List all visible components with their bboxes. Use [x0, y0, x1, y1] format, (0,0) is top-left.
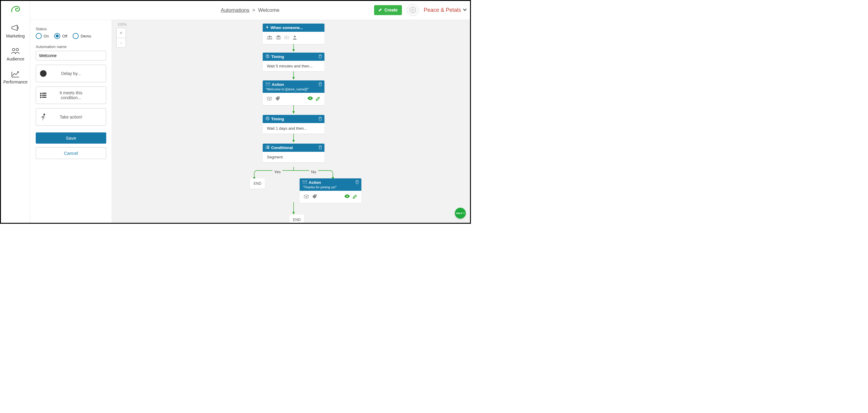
svg-rect-21 [284, 36, 285, 39]
node-timing-2[interactable]: Timing Wait 1 days and then... [263, 115, 324, 134]
nav-item-performance[interactable]: Performance [1, 67, 30, 87]
automation-name-input[interactable] [36, 51, 106, 61]
logo-icon [9, 3, 22, 15]
svg-marker-13 [292, 111, 295, 114]
zoom-controls: + - [116, 28, 126, 48]
svg-point-0 [12, 48, 15, 51]
status-radio-on[interactable]: On [36, 33, 49, 39]
nav-label: Performance [3, 79, 28, 84]
list-icon [266, 145, 269, 150]
add-condition-button[interactable]: It meets this condition... [36, 87, 106, 104]
edit-icon[interactable] [316, 97, 320, 102]
add-action-button[interactable]: Take action! [36, 108, 106, 126]
node-timing-1[interactable]: Timing Wait 5 minutes and then... [263, 53, 324, 71]
breadcrumb-current: Welcome [258, 7, 280, 13]
status-radio-group: On Off Demo [36, 33, 106, 39]
node-trigger[interactable]: When someone... [263, 24, 324, 44]
svg-point-40 [315, 195, 316, 196]
box-icon [304, 195, 309, 199]
brand-dropdown[interactable]: Peace & Petals [424, 7, 467, 13]
edit-icon [378, 7, 382, 13]
nav-item-marketing[interactable]: Marketing [1, 22, 30, 41]
svg-point-29 [278, 97, 279, 98]
svg-point-19 [267, 36, 269, 37]
clock-icon [266, 117, 269, 121]
person-icon [293, 35, 297, 40]
branch-label-yes: Yes [272, 170, 282, 174]
delete-icon[interactable] [318, 55, 322, 59]
svg-rect-8 [42, 95, 46, 96]
node-end-yes[interactable]: END [250, 178, 265, 189]
svg-marker-17 [292, 212, 295, 214]
top-bar: Automations > Welcome Create Peace & Pet… [30, 1, 470, 20]
nav-label: Audience [7, 57, 24, 61]
breadcrumb-parent[interactable]: Automations [221, 7, 250, 13]
tag-icon [312, 195, 317, 200]
zoom-out-button[interactable]: - [117, 38, 126, 47]
svg-point-20 [271, 36, 272, 37]
create-button[interactable]: Create [374, 5, 402, 15]
sidebar-panel: Status On Off Demo Automation name Delay… [30, 20, 112, 223]
list-icon [36, 91, 51, 99]
node-conditional[interactable]: Conditional Segment [263, 144, 324, 162]
node-action-2[interactable]: Action "Thanks for joining us!" [300, 178, 361, 203]
barcode-icon [284, 36, 289, 40]
svg-marker-11 [292, 49, 295, 52]
svg-point-1 [16, 48, 19, 51]
svg-rect-22 [285, 36, 286, 39]
zoom-in-button[interactable]: + [117, 28, 126, 38]
layers-icon [276, 35, 281, 40]
svg-point-26 [294, 36, 296, 37]
nav-item-audience[interactable]: Audience [1, 44, 30, 64]
envelope-icon [303, 180, 307, 185]
branch-label-no: No [309, 170, 318, 174]
running-icon [36, 113, 51, 121]
add-delay-button[interactable]: Delay by... [36, 65, 106, 82]
svg-rect-7 [42, 93, 46, 94]
cancel-button[interactable]: Cancel [36, 147, 106, 159]
svg-rect-23 [286, 36, 287, 39]
envelope-icon [266, 82, 270, 87]
left-nav: Marketing Audience Performance [1, 1, 30, 223]
flow-canvas[interactable]: 100% + - Yes No When someone... [112, 20, 470, 223]
svg-point-41 [346, 196, 348, 197]
name-label: Automation name [36, 44, 106, 49]
chevron-down-icon [463, 7, 467, 13]
top-right-controls: Create Peace & Petals [374, 4, 467, 16]
zoom-percent: 100% [117, 22, 127, 27]
avatar[interactable] [407, 4, 419, 16]
save-button[interactable]: Save [36, 132, 106, 144]
svg-point-30 [310, 98, 311, 99]
status-label: Status [36, 27, 106, 31]
svg-marker-12 [292, 77, 295, 79]
edit-icon[interactable] [353, 195, 357, 200]
help-button[interactable]: HELP ? [455, 208, 466, 218]
preview-icon[interactable] [344, 195, 350, 200]
svg-rect-35 [266, 148, 266, 149]
delete-icon[interactable] [318, 117, 322, 122]
preview-icon[interactable] [308, 97, 313, 102]
svg-rect-5 [40, 95, 41, 96]
svg-rect-25 [288, 36, 289, 39]
node-end-no[interactable]: END [289, 215, 304, 223]
svg-rect-9 [42, 97, 46, 97]
tag-icon [275, 97, 280, 102]
delete-icon[interactable] [355, 180, 359, 185]
delete-icon[interactable] [318, 82, 322, 87]
nav-label: Marketing [6, 34, 25, 38]
clock-icon [266, 55, 269, 59]
svg-rect-24 [287, 36, 288, 39]
delete-icon[interactable] [318, 145, 322, 150]
status-radio-demo[interactable]: Demo [73, 33, 91, 39]
svg-rect-33 [266, 146, 266, 146]
people-icon [267, 35, 272, 40]
svg-rect-4 [40, 93, 41, 94]
breadcrumb: Automations > Welcome [221, 7, 280, 13]
svg-rect-36 [267, 146, 269, 146]
status-radio-off[interactable]: Off [54, 33, 67, 39]
box-icon [267, 97, 272, 101]
node-action-1[interactable]: Action "Welcome to [[store_name]]!" [263, 80, 324, 105]
svg-rect-37 [267, 147, 269, 147]
svg-rect-34 [266, 147, 266, 147]
bolt-icon [266, 25, 269, 30]
